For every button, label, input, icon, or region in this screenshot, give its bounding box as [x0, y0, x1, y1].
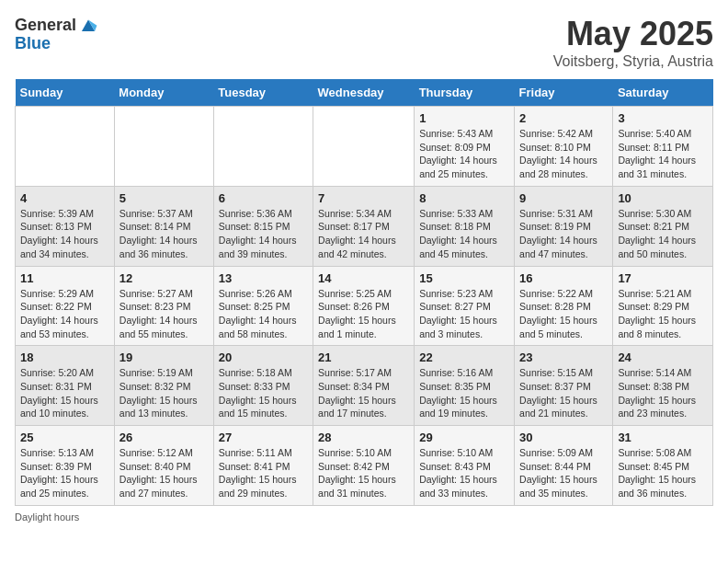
day-number: 4	[20, 191, 109, 205]
calendar-week-row: 4Sunrise: 5:39 AMSunset: 8:13 PMDaylight…	[16, 186, 713, 266]
day-info: Sunrise: 5:36 AMSunset: 8:15 PMDaylight:…	[219, 207, 308, 261]
footer-note: Daylight hours	[15, 511, 713, 523]
day-info: Sunrise: 5:10 AMSunset: 8:43 PMDaylight:…	[419, 446, 509, 500]
day-number: 26	[119, 431, 209, 444]
calendar-cell: 20Sunrise: 5:18 AMSunset: 8:33 PMDayligh…	[213, 346, 313, 426]
calendar-cell: 4Sunrise: 5:39 AMSunset: 8:13 PMDaylight…	[16, 186, 115, 266]
day-number: 27	[219, 431, 308, 444]
calendar-week-row: 11Sunrise: 5:29 AMSunset: 8:22 PMDayligh…	[16, 266, 713, 346]
day-info: Sunrise: 5:43 AMSunset: 8:09 PMDaylight:…	[419, 127, 509, 181]
calendar-cell: 22Sunrise: 5:16 AMSunset: 8:35 PMDayligh…	[415, 346, 515, 426]
day-info: Sunrise: 5:31 AMSunset: 8:19 PMDaylight:…	[519, 207, 608, 261]
calendar-day-header: Tuesday	[213, 79, 313, 107]
calendar-cell: 24Sunrise: 5:14 AMSunset: 8:38 PMDayligh…	[613, 346, 713, 426]
day-info: Sunrise: 5:14 AMSunset: 8:38 PMDaylight:…	[618, 366, 708, 420]
day-number: 29	[419, 431, 509, 444]
day-info: Sunrise: 5:42 AMSunset: 8:10 PMDaylight:…	[519, 127, 608, 181]
day-number: 12	[119, 271, 209, 285]
calendar-cell: 13Sunrise: 5:26 AMSunset: 8:25 PMDayligh…	[213, 266, 313, 346]
daylight-hours-label: Daylight hours	[15, 511, 79, 523]
day-number: 17	[618, 271, 708, 285]
calendar-cell: 3Sunrise: 5:40 AMSunset: 8:11 PMDaylight…	[613, 107, 713, 187]
calendar-cell: 6Sunrise: 5:36 AMSunset: 8:15 PMDaylight…	[213, 186, 313, 266]
calendar-day-header: Saturday	[613, 79, 713, 107]
day-number: 8	[419, 191, 509, 205]
calendar-cell	[114, 107, 213, 187]
calendar-table: SundayMondayTuesdayWednesdayThursdayFrid…	[15, 79, 713, 506]
day-info: Sunrise: 5:22 AMSunset: 8:28 PMDaylight:…	[519, 287, 608, 341]
page-title: May 2025	[553, 15, 713, 53]
day-info: Sunrise: 5:18 AMSunset: 8:33 PMDaylight:…	[219, 366, 308, 420]
day-info: Sunrise: 5:21 AMSunset: 8:29 PMDaylight:…	[618, 287, 708, 341]
calendar-cell	[213, 107, 313, 187]
logo-general-text: General	[15, 17, 76, 33]
calendar-cell: 29Sunrise: 5:10 AMSunset: 8:43 PMDayligh…	[415, 426, 515, 506]
day-number: 13	[219, 271, 308, 285]
day-number: 10	[618, 191, 708, 205]
day-number: 3	[618, 111, 708, 125]
page-header: General Blue May 2025 Voitsberg, Styria,…	[15, 15, 713, 70]
day-info: Sunrise: 5:27 AMSunset: 8:23 PMDaylight:…	[119, 287, 209, 341]
day-info: Sunrise: 5:08 AMSunset: 8:45 PMDaylight:…	[618, 446, 708, 500]
calendar-week-row: 1Sunrise: 5:43 AMSunset: 8:09 PMDaylight…	[16, 107, 713, 187]
day-info: Sunrise: 5:09 AMSunset: 8:44 PMDaylight:…	[519, 446, 608, 500]
day-info: Sunrise: 5:26 AMSunset: 8:25 PMDaylight:…	[219, 287, 308, 341]
logo-icon	[78, 15, 98, 35]
day-info: Sunrise: 5:19 AMSunset: 8:32 PMDaylight:…	[119, 366, 209, 420]
day-number: 21	[318, 350, 409, 364]
day-info: Sunrise: 5:15 AMSunset: 8:37 PMDaylight:…	[519, 366, 608, 420]
day-info: Sunrise: 5:13 AMSunset: 8:39 PMDaylight:…	[20, 446, 109, 500]
day-number: 25	[20, 431, 109, 444]
day-number: 5	[119, 191, 209, 205]
calendar-cell: 31Sunrise: 5:08 AMSunset: 8:45 PMDayligh…	[613, 426, 713, 506]
calendar-cell	[313, 107, 415, 187]
calendar-cell: 9Sunrise: 5:31 AMSunset: 8:19 PMDaylight…	[515, 186, 613, 266]
day-info: Sunrise: 5:11 AMSunset: 8:41 PMDaylight:…	[219, 446, 308, 500]
day-info: Sunrise: 5:34 AMSunset: 8:17 PMDaylight:…	[318, 207, 409, 261]
calendar-cell: 8Sunrise: 5:33 AMSunset: 8:18 PMDaylight…	[415, 186, 515, 266]
calendar-cell: 30Sunrise: 5:09 AMSunset: 8:44 PMDayligh…	[515, 426, 613, 506]
calendar-cell: 15Sunrise: 5:23 AMSunset: 8:27 PMDayligh…	[415, 266, 515, 346]
day-info: Sunrise: 5:20 AMSunset: 8:31 PMDaylight:…	[20, 366, 109, 420]
day-number: 14	[318, 271, 409, 285]
calendar-cell: 2Sunrise: 5:42 AMSunset: 8:10 PMDaylight…	[515, 107, 613, 187]
calendar-cell: 17Sunrise: 5:21 AMSunset: 8:29 PMDayligh…	[613, 266, 713, 346]
calendar-cell: 19Sunrise: 5:19 AMSunset: 8:32 PMDayligh…	[114, 346, 213, 426]
calendar-cell: 12Sunrise: 5:27 AMSunset: 8:23 PMDayligh…	[114, 266, 213, 346]
calendar-cell: 1Sunrise: 5:43 AMSunset: 8:09 PMDaylight…	[415, 107, 515, 187]
day-info: Sunrise: 5:39 AMSunset: 8:13 PMDaylight:…	[20, 207, 109, 261]
day-number: 1	[419, 111, 509, 125]
day-info: Sunrise: 5:10 AMSunset: 8:42 PMDaylight:…	[318, 446, 409, 500]
day-number: 7	[318, 191, 409, 205]
calendar-cell: 25Sunrise: 5:13 AMSunset: 8:39 PMDayligh…	[16, 426, 115, 506]
day-number: 2	[519, 111, 608, 125]
day-number: 6	[219, 191, 308, 205]
logo-blue-text: Blue	[15, 35, 51, 52]
day-info: Sunrise: 5:37 AMSunset: 8:14 PMDaylight:…	[119, 207, 209, 261]
title-area: May 2025 Voitsberg, Styria, Austria	[553, 15, 713, 70]
calendar-cell: 7Sunrise: 5:34 AMSunset: 8:17 PMDaylight…	[313, 186, 415, 266]
calendar-cell: 16Sunrise: 5:22 AMSunset: 8:28 PMDayligh…	[515, 266, 613, 346]
day-number: 19	[119, 350, 209, 364]
calendar-day-header: Wednesday	[313, 79, 415, 107]
day-number: 15	[419, 271, 509, 285]
day-info: Sunrise: 5:40 AMSunset: 8:11 PMDaylight:…	[618, 127, 708, 181]
logo: General Blue	[15, 15, 98, 52]
day-number: 30	[519, 431, 608, 444]
calendar-cell: 18Sunrise: 5:20 AMSunset: 8:31 PMDayligh…	[16, 346, 115, 426]
calendar-cell: 11Sunrise: 5:29 AMSunset: 8:22 PMDayligh…	[16, 266, 115, 346]
day-info: Sunrise: 5:12 AMSunset: 8:40 PMDaylight:…	[119, 446, 209, 500]
day-number: 24	[618, 350, 708, 364]
day-info: Sunrise: 5:29 AMSunset: 8:22 PMDaylight:…	[20, 287, 109, 341]
day-info: Sunrise: 5:16 AMSunset: 8:35 PMDaylight:…	[419, 366, 509, 420]
day-number: 11	[20, 271, 109, 285]
day-info: Sunrise: 5:23 AMSunset: 8:27 PMDaylight:…	[419, 287, 509, 341]
calendar-cell: 23Sunrise: 5:15 AMSunset: 8:37 PMDayligh…	[515, 346, 613, 426]
calendar-header-row: SundayMondayTuesdayWednesdayThursdayFrid…	[16, 79, 713, 107]
calendar-day-header: Thursday	[415, 79, 515, 107]
calendar-cell: 14Sunrise: 5:25 AMSunset: 8:26 PMDayligh…	[313, 266, 415, 346]
calendar-cell: 27Sunrise: 5:11 AMSunset: 8:41 PMDayligh…	[213, 426, 313, 506]
day-number: 23	[519, 350, 608, 364]
calendar-cell: 10Sunrise: 5:30 AMSunset: 8:21 PMDayligh…	[613, 186, 713, 266]
calendar-cell: 21Sunrise: 5:17 AMSunset: 8:34 PMDayligh…	[313, 346, 415, 426]
